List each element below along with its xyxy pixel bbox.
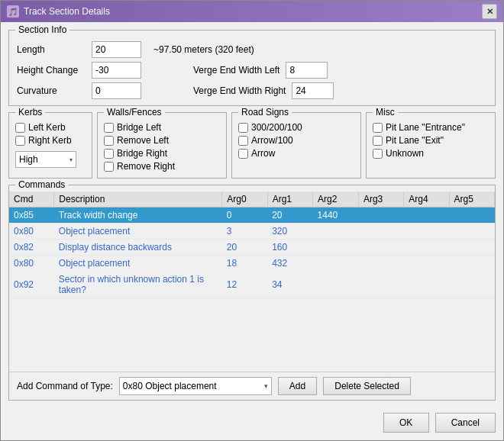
col-arg5: Arg5 — [449, 192, 494, 208]
window-icon: 🎵 — [7, 5, 19, 18]
cell-desc: Object placement — [54, 224, 222, 240]
add-button[interactable]: Add — [278, 377, 317, 395]
bridge-right-checkbox[interactable] — [104, 149, 114, 159]
cell-cmd: 0x80 — [9, 224, 54, 240]
commands-group: Commands Cmd Description Arg0 Arg1 Arg2 … — [8, 185, 496, 401]
cell-arg5 — [449, 256, 494, 272]
col-description: Description — [54, 192, 222, 208]
list-item: Pit Lane "Entrance" — [373, 122, 489, 133]
unknown-checkbox[interactable] — [373, 149, 383, 159]
cell-arg4 — [404, 272, 449, 298]
cell-arg2 — [313, 240, 359, 256]
cell-arg3 — [358, 256, 403, 272]
cell-arg0: 12 — [222, 272, 267, 298]
col-arg4: Arg4 — [404, 192, 449, 208]
verge-left-input[interactable] — [286, 62, 328, 79]
cell-cmd: 0x92 — [9, 272, 54, 298]
table-row[interactable]: 0x80Object placement3320 — [9, 224, 495, 240]
road-signs-panel: Road Signs 300/200/100 Arrow/100 Arrow — [231, 112, 361, 179]
height-change-input[interactable] — [92, 62, 141, 79]
cell-arg4 — [404, 240, 449, 256]
cell-arg0: 20 — [222, 240, 267, 256]
cell-arg2: 1440 — [313, 208, 359, 224]
title-bar: 🎵 Track Section Details ✕ — [1, 1, 503, 22]
pit-lane-entrance-label: Pit Lane "Entrance" — [386, 122, 465, 133]
title-bar-left: 🎵 Track Section Details — [7, 5, 110, 18]
curvature-input[interactable] — [92, 82, 141, 99]
pit-lane-entrance-checkbox[interactable] — [373, 123, 383, 133]
pit-lane-exit-checkbox[interactable] — [373, 136, 383, 146]
cancel-button[interactable]: Cancel — [435, 413, 496, 433]
kerbs-dropdown[interactable]: High ▾ — [15, 151, 76, 168]
road-signs-label: Road Signs — [238, 107, 292, 117]
bridge-left-checkbox[interactable] — [104, 123, 114, 133]
add-command-dropdown-arrow: ▾ — [264, 382, 268, 390]
delete-selected-button[interactable]: Delete Selected — [323, 377, 411, 395]
list-item: Bridge Right — [104, 148, 220, 159]
cell-desc: Object placement — [54, 256, 222, 272]
remove-right-checkbox[interactable] — [104, 162, 114, 172]
kerbs-dropdown-value: High — [19, 154, 38, 165]
sign-300-200-100-checkbox[interactable] — [238, 123, 248, 133]
cell-arg1: 320 — [267, 224, 312, 240]
table-row[interactable]: 0x80Object placement18432 — [9, 256, 495, 272]
cell-cmd: 0x85 — [9, 208, 54, 224]
bridge-left-label: Bridge Left — [117, 122, 161, 133]
list-item: Arrow — [238, 148, 354, 159]
list-item: Unknown — [373, 148, 489, 159]
length-input[interactable] — [92, 41, 141, 58]
verge-right-input[interactable] — [292, 82, 334, 99]
cell-arg3 — [358, 272, 403, 298]
bridge-right-label: Bridge Right — [117, 148, 167, 159]
cell-arg5 — [449, 240, 494, 256]
remove-left-label: Remove Left — [117, 135, 169, 146]
remove-left-checkbox[interactable] — [104, 136, 114, 146]
cell-desc: Display distance backwards — [54, 240, 222, 256]
walls-fences-panel: Walls/Fences Bridge Left Remove Left Bri… — [97, 112, 227, 179]
cell-desc: Sector in which unknown action 1 is take… — [54, 272, 222, 298]
right-kerb-checkbox[interactable] — [15, 136, 25, 146]
commands-label: Commands — [15, 179, 68, 190]
cell-arg2 — [313, 256, 359, 272]
close-button[interactable]: ✕ — [482, 4, 497, 19]
cell-arg5 — [449, 208, 494, 224]
section-info-label: Section Info — [15, 24, 69, 35]
cell-arg2 — [313, 224, 359, 240]
col-arg3: Arg3 — [358, 192, 403, 208]
list-item: Pit Lane "Exit" — [373, 135, 489, 146]
left-kerb-label: Left Kerb — [28, 122, 66, 133]
cell-desc: Track width change — [54, 208, 222, 224]
cell-arg2 — [313, 272, 359, 298]
road-signs-content: 300/200/100 Arrow/100 Arrow — [238, 122, 354, 159]
unknown-label: Unknown — [386, 148, 424, 159]
footer: OK Cancel — [1, 408, 503, 440]
table-row[interactable]: 0x92Sector in which unknown action 1 is … — [9, 272, 495, 298]
cell-arg1: 432 — [267, 256, 312, 272]
cell-arg0: 3 — [222, 224, 267, 240]
list-item: Arrow/100 — [238, 135, 354, 146]
sign-arrow-checkbox[interactable] — [238, 149, 248, 159]
cell-arg4 — [404, 224, 449, 240]
kerbs-panel: Kerbs Left Kerb Right Kerb High ▾ — [8, 112, 92, 179]
cell-arg3 — [358, 208, 403, 224]
walls-fences-label: Walls/Fences — [104, 107, 165, 117]
right-kerb-label: Right Kerb — [28, 135, 72, 146]
add-command-dropdown-value: 0x80 Object placement — [123, 381, 217, 391]
kerbs-label: Kerbs — [15, 107, 45, 117]
add-command-dropdown[interactable]: 0x80 Object placement ▾ — [119, 377, 272, 395]
section-info-group: Section Info Length ~97.50 meters (320 f… — [8, 30, 496, 106]
cell-arg0: 18 — [222, 256, 267, 272]
verge-left-label: Verge End Width Left — [193, 65, 279, 76]
sign-arrow100-checkbox[interactable] — [238, 136, 248, 146]
length-label: Length — [17, 44, 86, 55]
sign-arrow-label: Arrow — [251, 148, 275, 159]
commands-table-container[interactable]: Cmd Description Arg0 Arg1 Arg2 Arg3 Arg4… — [9, 192, 495, 369]
ok-button[interactable]: OK — [383, 413, 429, 433]
misc-panel: Misc Pit Lane "Entrance" Pit Lane "Exit"… — [366, 112, 496, 179]
left-kerb-checkbox[interactable] — [15, 123, 25, 133]
table-row[interactable]: 0x82Display distance backwards20160 — [9, 240, 495, 256]
cell-arg5 — [449, 224, 494, 240]
window-title: Track Section Details — [24, 6, 110, 17]
table-row[interactable]: 0x85Track width change0201440 — [9, 208, 495, 224]
cell-arg1: 34 — [267, 272, 312, 298]
